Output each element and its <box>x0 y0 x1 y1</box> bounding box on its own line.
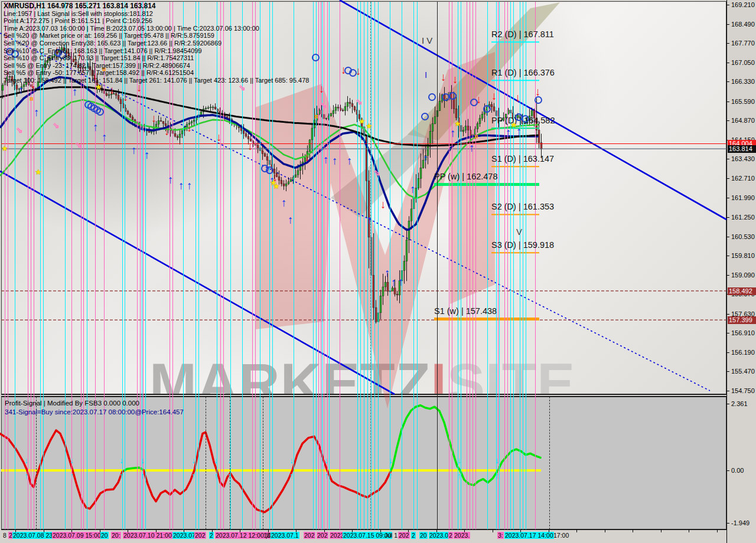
axis-tickmark <box>727 404 729 404</box>
axis-tickmark <box>727 256 729 256</box>
time-axis-label: 2 <box>411 532 416 539</box>
axis-tickmark <box>727 178 729 179</box>
axis-tickmark <box>727 5 729 5</box>
time-axis-label: 2 <box>448 532 453 539</box>
price-badge: 157.399 <box>728 316 756 324</box>
price-axis-tick: 161.990 <box>731 194 755 201</box>
time-axis-tickmark <box>268 530 269 532</box>
time-axis-tickmark <box>128 530 128 532</box>
axis-tickmark <box>727 63 729 63</box>
time-axis-tickmark <box>212 530 213 532</box>
axis-tickmark <box>727 391 729 391</box>
time-axis-label: 17:00 <box>553 532 569 539</box>
price-axis-tick: 167.770 <box>731 40 755 47</box>
time-axis-label: 2023.07.17 14:00 <box>504 532 554 539</box>
time-axis-tickmark <box>605 530 605 532</box>
price-axis[interactable]: 169.210168.490167.770167.050166.330165.5… <box>726 0 756 543</box>
axis-tickmark <box>727 333 729 333</box>
axis-tickmark <box>727 237 729 237</box>
axis-tickmark <box>727 198 729 198</box>
axis-tickmark <box>727 24 729 25</box>
axis-tickmark <box>727 43 729 44</box>
time-axis-label: 13 <box>263 532 271 539</box>
price-axis-tick: 165.590 <box>731 98 755 105</box>
axis-tickmark <box>727 314 729 315</box>
time-axis-label: 2023.07.08 23 <box>12 532 53 539</box>
price-axis-tick: 168.490 <box>731 21 755 28</box>
watermark-text-1: MARKETZ <box>149 352 431 394</box>
time-axis-tickmark <box>352 530 353 532</box>
time-axis-tickmark <box>324 530 325 532</box>
osc-axis-tick: 0.00 <box>731 467 744 474</box>
price-axis-tick: 156.190 <box>731 349 755 356</box>
time-axis-tickmark <box>380 530 381 532</box>
time-axis-label: 20 <box>100 532 109 539</box>
time-axis-label: 202 <box>304 532 315 539</box>
axis-tickmark <box>727 120 729 121</box>
time-axis-label: 2 <box>209 532 214 539</box>
time-axis-label: 8 <box>2 532 7 539</box>
price-chart-panel[interactable]: MARKETZISITE <box>1 1 726 394</box>
watermark-text-3: SITE <box>447 352 575 394</box>
indicator-panel[interactable] <box>1 397 726 529</box>
axis-tickmark <box>727 275 729 276</box>
axis-tickmark <box>727 159 729 159</box>
time-axis-tickmark <box>520 530 521 532</box>
price-axis-tick: 163.430 <box>731 155 755 162</box>
price-axis-tick: 159.810 <box>731 252 755 259</box>
panel-separator[interactable] <box>1 394 726 397</box>
time-axis-label: 202 <box>398 532 410 539</box>
price-axis-tick: 166.330 <box>731 78 755 85</box>
time-axis-tickmark <box>240 530 240 532</box>
time-axis-label: 2023. <box>454 532 470 539</box>
time-axis-label: 2023.07.1 <box>271 532 299 539</box>
price-axis-tick: 167.050 <box>731 59 755 66</box>
price-axis-tick: 161.250 <box>731 214 755 221</box>
price-axis-tick: 162.710 <box>731 175 755 182</box>
time-axis-label: 3: <box>497 532 504 539</box>
time-axis-tickmark <box>15 530 16 532</box>
time-axis-tickmark <box>100 530 100 532</box>
price-badge: 158.492 <box>728 287 756 295</box>
time-axis-tickmark <box>296 530 296 532</box>
price-axis-tick: 159.090 <box>731 272 755 279</box>
axis-tickmark <box>727 81 729 82</box>
axis-tickmark <box>727 217 729 218</box>
time-axis-tickmark <box>184 530 184 532</box>
time-axis-label: 20 <box>419 532 428 539</box>
time-axis-label: 202 <box>317 532 328 539</box>
time-axis-tickmark <box>576 530 577 532</box>
time-axis-label: 2023.07.10 21:00 )0 <box>123 532 180 539</box>
axis-tickmark <box>727 352 729 353</box>
price-axis-tick: 156.910 <box>731 329 755 336</box>
time-axis-tickmark <box>44 530 44 532</box>
price-axis-tick: 160.530 <box>731 233 755 240</box>
time-axis-tickmark <box>689 530 689 532</box>
time-axis-tickmark <box>633 530 633 532</box>
price-axis-tick: 169.210 <box>731 1 755 8</box>
time-axis-tickmark <box>408 530 409 532</box>
axis-tickmark <box>727 371 729 372</box>
watermark: MARKETZISITE <box>149 351 575 394</box>
time-axis-label: 202 <box>194 532 206 539</box>
time-axis-tickmark <box>717 530 718 532</box>
price-axis-tick: 164.870 <box>731 117 755 124</box>
time-axis-tickmark <box>661 530 662 532</box>
axis-tickmark <box>727 470 729 471</box>
axis-tickmark <box>727 523 729 524</box>
time-axis-tickmark <box>436 530 437 532</box>
axis-tickmark <box>727 102 729 102</box>
time-axis-tickmark <box>464 530 465 532</box>
mt4-chart-window: MARKETZISITE 169.210168.490167.770167.05… <box>0 0 756 543</box>
price-axis-tick: 155.470 <box>731 368 755 375</box>
time-axis-tickmark <box>156 530 157 532</box>
osc-axis-tick: 2.361 <box>731 400 748 407</box>
time-axis-tickmark <box>71 530 72 532</box>
time-axis-label: 20: <box>111 532 121 539</box>
price-axis-tick: 154.750 <box>731 387 755 394</box>
watermark-text-2: I <box>431 352 447 394</box>
time-axis-label: 2023.07 <box>172 532 196 539</box>
price-badge: 163.814 <box>728 145 756 153</box>
time-axis[interactable]: 8202023.07.08 232023.07.09 15:00 :02020:… <box>1 529 726 543</box>
osc-axis-tick: -1.949 <box>731 519 750 526</box>
